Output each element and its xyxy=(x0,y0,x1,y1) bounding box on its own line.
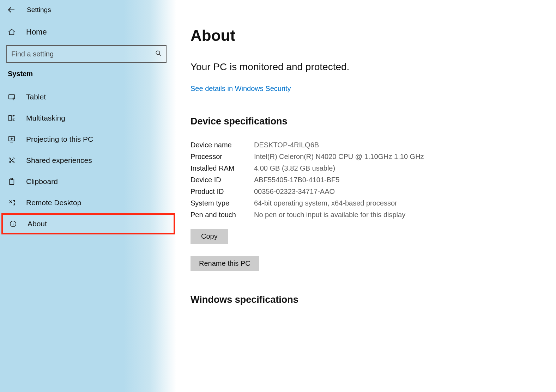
spec-row: ProcessorIntel(R) Celeron(R) N4020 CPU @… xyxy=(191,153,424,161)
multitask-icon xyxy=(8,114,16,122)
svg-point-15 xyxy=(9,162,11,163)
spec-row: Product ID00356-02323-34717-AAO xyxy=(191,188,424,196)
sidebar-item-clipboard[interactable]: Clipboard xyxy=(0,171,176,192)
home-icon xyxy=(8,28,16,36)
spec-row: Device IDABF55405-17B0-4101-BF5 xyxy=(191,176,424,184)
sidebar-item-multitasking[interactable]: Multitasking xyxy=(0,108,176,129)
app-title: Settings xyxy=(27,6,51,14)
svg-point-16 xyxy=(13,162,14,163)
spec-value: No pen or touch input is available for t… xyxy=(254,211,424,219)
spec-value: 00356-02323-34717-AAO xyxy=(254,188,424,196)
spec-key: Product ID xyxy=(191,188,254,196)
sidebar-item-remote-desktop[interactable]: Remote Desktop xyxy=(0,192,176,213)
home-label: Home xyxy=(26,27,47,37)
sidebar-item-shared-experiences[interactable]: Shared experiences xyxy=(0,150,176,171)
search-input[interactable] xyxy=(11,50,139,58)
spec-value: 4.00 GB (3.82 GB usable) xyxy=(254,164,424,172)
sidebar-item-label: Shared experiences xyxy=(26,156,92,165)
sidebar-item-projecting-to-this-pc[interactable]: Projecting to this PC xyxy=(0,129,176,150)
clipboard-icon xyxy=(8,178,16,185)
spec-table: Device nameDESKTOP-4RILQ6BProcessorIntel… xyxy=(191,137,424,222)
windows-spec-heading: Windows specifications xyxy=(191,294,556,305)
spec-row: System type64-bit operating system, x64-… xyxy=(191,199,424,207)
copy-button[interactable]: Copy xyxy=(191,229,228,244)
svg-point-1 xyxy=(156,51,160,55)
search-icon xyxy=(155,50,162,58)
protected-text: Your PC is monitored and protected. xyxy=(191,61,556,73)
sidebar-item-about[interactable]: About xyxy=(1,213,175,234)
spec-key: System type xyxy=(191,199,254,207)
sidebar-item-label: Tablet xyxy=(26,93,46,101)
spec-key: Processor xyxy=(191,153,254,161)
sidebar-section-label: System xyxy=(0,70,176,86)
sidebar-nav: TabletMultitaskingProjecting to this PCS… xyxy=(0,86,176,234)
spec-value: Intel(R) Celeron(R) N4020 CPU @ 1.10GHz … xyxy=(254,153,424,161)
sidebar-item-label: Remote Desktop xyxy=(26,198,81,207)
spec-value: DESKTOP-4RILQ6B xyxy=(254,141,424,149)
sidebar: Settings Home System TabletMultitaskingP… xyxy=(0,0,176,392)
tablet-icon xyxy=(8,93,16,101)
search-box[interactable] xyxy=(6,45,167,63)
rename-pc-button[interactable]: Rename this PC xyxy=(191,256,259,271)
projecting-icon xyxy=(8,135,16,143)
svg-rect-3 xyxy=(9,95,15,99)
sidebar-item-label: Clipboard xyxy=(26,177,58,186)
spec-row: Device nameDESKTOP-4RILQ6B xyxy=(191,141,424,149)
spec-value: ABF55405-17B0-4101-BF5 xyxy=(254,176,424,184)
sidebar-item-label: Multitasking xyxy=(26,114,65,122)
page-title: About xyxy=(191,27,556,44)
sidebar-header: Settings xyxy=(0,3,176,23)
sidebar-item-label: About xyxy=(28,220,47,228)
spec-value: 64-bit operating system, x64-based proce… xyxy=(254,199,424,207)
svg-rect-4 xyxy=(9,116,11,121)
spec-key: Pen and touch xyxy=(191,211,254,219)
info-icon xyxy=(9,220,17,228)
sidebar-home[interactable]: Home xyxy=(0,23,176,43)
spec-key: Device ID xyxy=(191,176,254,184)
device-spec-heading: Device specifications xyxy=(191,116,556,127)
main-content: About Your PC is monitored and protected… xyxy=(176,0,556,392)
spec-row: Pen and touchNo pen or touch input is av… xyxy=(191,211,424,219)
spec-key: Installed RAM xyxy=(191,164,254,172)
shared-icon xyxy=(8,157,16,164)
svg-point-13 xyxy=(9,158,11,159)
back-arrow-icon[interactable] xyxy=(6,6,16,14)
svg-line-2 xyxy=(159,54,161,56)
security-link[interactable]: See details in Windows Security xyxy=(191,85,291,92)
sidebar-item-label: Projecting to this PC xyxy=(26,135,93,143)
spec-key: Device name xyxy=(191,141,254,149)
svg-point-14 xyxy=(13,158,14,159)
spec-row: Installed RAM4.00 GB (3.82 GB usable) xyxy=(191,164,424,172)
remote-icon xyxy=(8,199,16,207)
sidebar-item-tablet[interactable]: Tablet xyxy=(0,86,176,108)
